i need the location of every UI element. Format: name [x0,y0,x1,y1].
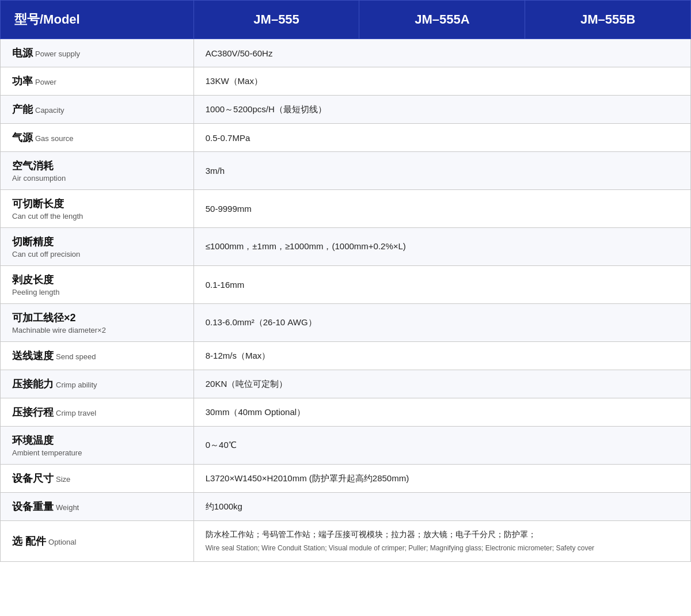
label-en: Gas source [35,134,73,143]
label-cell: 压接能力Crimp ability [1,370,194,398]
label-cell: 切断精度Can cut off precision [1,228,194,266]
table-row: 功率Power13KW（Max） [1,67,691,96]
label-cell: 气源Gas source [1,124,194,152]
label-cell: 送线速度Send speed [1,342,194,370]
table-row: 环境温度Ambient temperature0～40℃ [1,427,691,465]
label-cell: 可加工线径×2Machinable wire diameter×2 [1,304,194,342]
value-cell: 0.5-0.7MPa [193,124,690,152]
value-cell: 0～40℃ [193,427,690,465]
value-en-text: Wire seal Station; Wire Conduit Station;… [206,543,679,554]
label-en: Air consumption [12,174,182,182]
value-cell: AC380V/50-60Hz [193,39,690,67]
label-zh: 气源 [12,132,33,143]
table-row: 电源Power supplyAC380V/50-60Hz [1,39,691,67]
label-en: Machinable wire diameter×2 [12,326,182,334]
table-row: 压接能力Crimp ability20KN（吨位可定制） [1,370,691,398]
value-cell: 30mm（40mm Optional） [193,398,690,427]
label-zh: 剥皮长度 [12,274,54,286]
label-en: Capacity [35,106,64,115]
label-cell: 剥皮长度Peeling length [1,266,194,304]
label-cell: 电源Power supply [1,39,194,67]
value-cell: 8-12m/s（Max） [193,342,690,370]
label-cell: 压接行程Crimp travel [1,398,194,427]
value-text: 防水栓工作站；号码管工作站；端子压接可视模块；拉力器；放大镜；电子千分尺；防护罩… [206,530,536,539]
label-zh: 空气消耗 [12,160,54,172]
label-cell: 可切断长度Can cut off the length [1,190,194,228]
label-cell: 设备重量Weight [1,493,194,521]
label-en: Can cut off the length [12,212,182,220]
label-zh: 产能 [12,104,33,115]
label-en: Size [56,475,70,484]
label-en: Weight [56,503,79,512]
label-cell: 选 配件Optional [1,521,194,562]
label-zh: 功率 [12,75,33,87]
label-en: Power [35,78,56,86]
value-cell: ≤1000mm，±1mm，≥1000mm，(1000mm+0.2%×L) [193,228,690,266]
label-zh: 压接能力 [12,378,54,390]
value-cell: 13KW（Max） [193,67,690,96]
table-row: 送线速度Send speed8-12m/s（Max） [1,342,691,370]
label-cell: 环境温度Ambient temperature [1,427,194,465]
label-cell: 功率Power [1,67,194,96]
label-cell: 空气消耗Air consumption [1,152,194,190]
table-row: 设备重量Weight约1000kg [1,493,691,521]
label-cell: 设备尺寸Size [1,465,194,493]
table-row: 空气消耗Air consumption3m/h [1,152,691,190]
value-cell: 1000～5200pcs/H（最短切线） [193,96,690,124]
label-en: Ambient temperature [12,448,182,457]
label-en: Peeling length [12,288,182,296]
label-en: Optional [48,538,76,546]
table-row: 可切断长度Can cut off the length50-9999mm [1,190,691,228]
label-en: Crimp ability [56,381,97,389]
specs-table: 型号/Model JM–555 JM–555A JM–555B 电源Power … [0,0,691,562]
value-cell: 0.1-16mm [193,266,690,304]
table-row: 压接行程Crimp travel30mm（40mm Optional） [1,398,691,427]
label-zh: 选 配件 [12,535,46,547]
label-zh: 切断精度 [12,236,54,248]
label-en: Crimp travel [56,409,96,417]
header-model: 型号/Model [1,1,194,39]
table-row: 产能Capacity1000～5200pcs/H（最短切线） [1,96,691,124]
label-zh: 电源 [12,47,33,59]
header-jm555b: JM–555B [525,1,691,39]
value-cell: 20KN（吨位可定制） [193,370,690,398]
label-zh: 可切断长度 [12,198,64,210]
label-en: Can cut off precision [12,250,182,258]
table-row: 选 配件Optional防水栓工作站；号码管工作站；端子压接可视模块；拉力器；放… [1,521,691,562]
value-cell: 防水栓工作站；号码管工作站；端子压接可视模块；拉力器；放大镜；电子千分尺；防护罩… [193,521,690,562]
header-jm555a: JM–555A [359,1,525,39]
value-cell: 50-9999mm [193,190,690,228]
label-zh: 送线速度 [12,350,54,362]
value-cell: 0.13-6.0mm²（26-10 AWG） [193,304,690,342]
table-row: 气源Gas source0.5-0.7MPa [1,124,691,152]
table-row: 可加工线径×2Machinable wire diameter×20.13-6.… [1,304,691,342]
label-zh: 压接行程 [12,406,54,418]
label-en: Power supply [35,50,80,58]
label-en: Send speed [56,352,96,361]
label-zh: 设备重量 [12,501,54,512]
value-cell: 3m/h [193,152,690,190]
value-cell: 约1000kg [193,493,690,521]
label-cell: 产能Capacity [1,96,194,124]
label-zh: 设备尺寸 [12,473,54,484]
header-jm555: JM–555 [193,1,359,39]
label-zh: 可加工线径×2 [12,312,76,324]
value-cell: L3720×W1450×H2010mm (防护罩升起高约2850mm) [193,465,690,493]
label-zh: 环境温度 [12,435,54,446]
table-row: 剥皮长度Peeling length0.1-16mm [1,266,691,304]
table-row: 设备尺寸SizeL3720×W1450×H2010mm (防护罩升起高约2850… [1,465,691,493]
table-row: 切断精度Can cut off precision≤1000mm，±1mm，≥1… [1,228,691,266]
